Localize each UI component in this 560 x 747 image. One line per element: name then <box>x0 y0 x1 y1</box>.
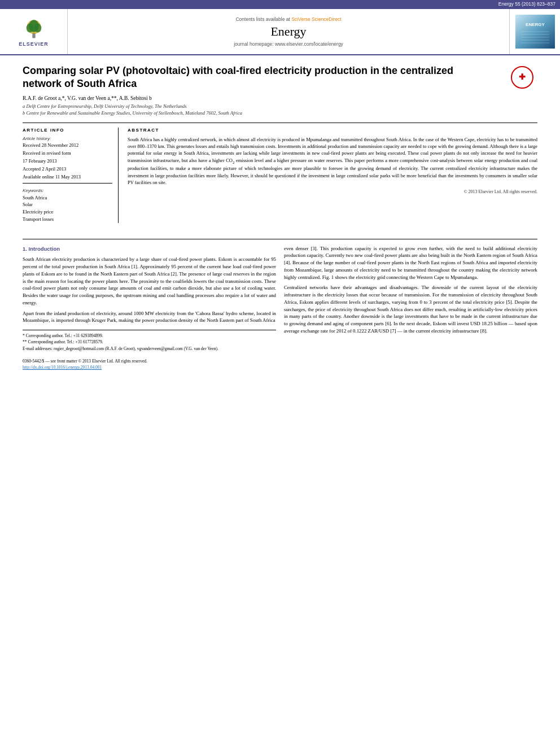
received-date: Received 28 November 2012 <box>23 142 112 148</box>
article-title-container: Comparing solar PV (photovoltaic) with c… <box>23 64 537 91</box>
energy-logo-right: ENERGY <box>509 9 560 54</box>
abstract-text: South Africa has a highly centralized ne… <box>128 136 537 186</box>
info-divider <box>23 183 112 184</box>
top-bar: Energy 55 (2013) 823–837 <box>0 0 560 8</box>
history-label: Article history: <box>23 136 112 141</box>
affiliation-a: a Delft Centre for Entrepreneurship, Del… <box>23 103 537 110</box>
keyword-solar: Solar <box>23 201 112 208</box>
body-para-3: even denser [3]. This production capacit… <box>284 245 537 281</box>
article-info-col: ARTICLE INFO Article history: Received 2… <box>23 128 119 223</box>
footnote-doi[interactable]: http://dx.doi.org/10.1016/j.energy.2013.… <box>23 364 276 370</box>
elsevier-tree-icon <box>17 17 51 40</box>
body-col-right: even denser [3]. This production capacit… <box>284 245 537 371</box>
elsevier-logo: ELSEVIER <box>0 9 68 54</box>
footnote-issn: 0360-5442/$ — see front matter © 2013 El… <box>23 358 276 364</box>
keywords-section: Keywords: South Africa Solar Electricity… <box>23 188 112 223</box>
abstract-col: ABSTRACT South Africa has a highly centr… <box>128 128 537 223</box>
article-info-heading: ARTICLE INFO <box>23 128 112 133</box>
sciverse-line: Contents lists available at SciVerse Sci… <box>235 16 341 22</box>
svg-point-3 <box>26 23 33 32</box>
journal-center: Contents lists available at SciVerse Sci… <box>68 9 509 54</box>
journal-homepage: journal homepage: www.elsevier.com/locat… <box>234 41 343 47</box>
journal-citation: Energy 55 (2013) 823–837 <box>498 1 555 7</box>
keyword-south-africa: South Africa <box>23 194 112 202</box>
authors-text: R.A.F. de Groot a,*, V.G. van der Veen a… <box>23 95 152 101</box>
svg-point-4 <box>34 23 41 32</box>
energy-logo-box: ENERGY <box>515 15 555 49</box>
article-body: 1. Introduction South African electricit… <box>0 239 560 380</box>
body-para-1: South African electricity production is … <box>23 256 276 306</box>
abstract-heading: ABSTRACT <box>128 128 537 133</box>
journal-title: Energy <box>270 24 306 39</box>
affiliations: a Delft Centre for Entrepreneurship, Del… <box>23 103 537 117</box>
article-content: Comparing solar PV (photovoltaic) with c… <box>0 55 560 239</box>
sciverse-link[interactable]: SciVerse ScienceDirect <box>291 16 341 22</box>
body-para-4: Centralized networks have their advantag… <box>284 284 537 334</box>
footnote-star1: * Corresponding author. Tel.: +31 629389… <box>23 333 276 339</box>
body-para-2: Apart from the inland production of elec… <box>23 310 276 325</box>
crossmark-symbol: ✚ <box>519 72 526 82</box>
svg-text:ENERGY: ENERGY <box>526 22 545 27</box>
section1-title: 1. Introduction <box>23 245 276 253</box>
elsevier-brand-text: ELSEVIER <box>19 41 49 47</box>
footnote-area: * Corresponding author. Tel.: +31 629389… <box>23 330 276 371</box>
footnote-star2: ** Corresponding author. Tel.: +31 61772… <box>23 339 276 345</box>
journal-header: ELSEVIER Contents lists available at Sci… <box>0 8 560 55</box>
copyright-line: © 2013 Elsevier Ltd. All rights reserved… <box>128 189 537 194</box>
info-abstract-section: ARTICLE INFO Article history: Received 2… <box>23 123 537 223</box>
revised-date: 17 February 2013 <box>23 158 112 164</box>
crossmark-icon: ✚ <box>511 66 533 89</box>
received-revised-label: Received in revised form <box>23 150 112 156</box>
keywords-label: Keywords: <box>23 188 112 193</box>
abstract-paragraph: South Africa has a highly centralized ne… <box>128 136 537 186</box>
energy-logo-image: ENERGY <box>515 15 555 49</box>
main-body-section: 1. Introduction South African electricit… <box>23 239 537 371</box>
keyword-electricity-price: Electricity price <box>23 208 112 216</box>
online-date: Available online 11 May 2013 <box>23 174 112 180</box>
footnote-email: E-mail addresses: rogier_degroot@hotmail… <box>23 346 276 352</box>
body-col-left: 1. Introduction South African electricit… <box>23 245 276 371</box>
affiliation-b: b Centre for Renewable and Sustainable E… <box>23 110 537 117</box>
keyword-transport-losses: Transport losses <box>23 216 112 223</box>
accepted-date: Accepted 2 April 2013 <box>23 166 112 172</box>
authors-line: R.A.F. de Groot a,*, V.G. van der Veen a… <box>23 95 537 101</box>
crossmark-badge: ✚ <box>506 64 537 90</box>
article-title-text: Comparing solar PV (photovoltaic) with c… <box>23 65 453 89</box>
